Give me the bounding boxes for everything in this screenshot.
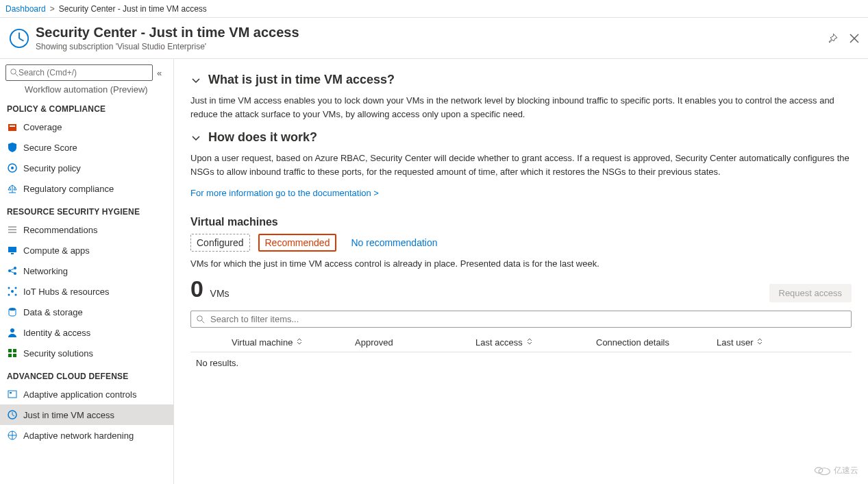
tab-no-recommendation[interactable]: No recommendation bbox=[345, 234, 443, 252]
sidebar-item-label: Compute & apps bbox=[23, 245, 90, 256]
documentation-link[interactable]: For more information go to the documenta… bbox=[190, 188, 379, 198]
table-col-last-access[interactable]: Last access bbox=[475, 337, 596, 348]
svg-rect-8 bbox=[10, 125, 15, 127]
svg-point-21 bbox=[11, 290, 14, 293]
accordion-what-is[interactable]: What is just in time VM access? bbox=[190, 73, 852, 87]
sidebar-item-label: IoT Hubs & resources bbox=[23, 287, 109, 297]
section-advanced-defense: ADVANCED CLOUD DEFENSE bbox=[0, 363, 173, 384]
accordion-title: What is just in time VM access? bbox=[208, 73, 395, 87]
sidebar-item-label: Adaptive network hardening bbox=[23, 431, 134, 441]
netharden-icon bbox=[7, 430, 18, 441]
collapse-sidebar-icon[interactable]: « bbox=[157, 68, 168, 78]
breadcrumb-separator: > bbox=[50, 4, 55, 14]
vm-heading: Virtual machines bbox=[190, 216, 852, 228]
sidebar-item-networking[interactable]: Networking bbox=[0, 261, 173, 281]
breadcrumb-root[interactable]: Dashboard bbox=[5, 4, 46, 14]
chevron-down-icon bbox=[190, 132, 201, 143]
regulatory-icon bbox=[7, 183, 18, 194]
search-box[interactable] bbox=[5, 64, 153, 81]
compute-icon bbox=[7, 245, 18, 256]
svg-point-25 bbox=[15, 294, 17, 296]
search-input[interactable] bbox=[18, 68, 148, 77]
svg-point-10 bbox=[11, 167, 14, 169]
svg-point-26 bbox=[9, 308, 16, 311]
filter-input[interactable] bbox=[210, 314, 845, 324]
sidebar-item-adaptive-net[interactable]: Adaptive network hardening bbox=[0, 425, 173, 446]
sidebar-item-label: Security solutions bbox=[23, 348, 93, 359]
tiles-icon bbox=[7, 348, 18, 359]
accordion-how-works[interactable]: How does it work? bbox=[190, 130, 852, 145]
sidebar-item-label: Secure Score bbox=[23, 143, 77, 153]
chevron-down-icon bbox=[190, 75, 201, 86]
vm-count-label: VMs bbox=[210, 288, 230, 299]
sidebar-item-label: Regulatory compliance bbox=[23, 184, 114, 194]
svg-point-40 bbox=[819, 468, 830, 475]
table-col-connection[interactable]: Connection details bbox=[596, 337, 717, 348]
data-icon bbox=[7, 306, 18, 317]
svg-line-20 bbox=[10, 271, 15, 274]
table-col-checkbox bbox=[190, 337, 232, 348]
sidebar-item-identity[interactable]: Identity & access bbox=[0, 322, 173, 343]
sidebar-item-recommendations[interactable]: Recommendations bbox=[0, 219, 173, 240]
table-col-approved[interactable]: Approved bbox=[355, 337, 475, 348]
svg-rect-31 bbox=[13, 354, 16, 357]
sort-icon bbox=[295, 337, 303, 348]
network-icon bbox=[7, 265, 18, 276]
sidebar-item-secure-score[interactable]: Secure Score bbox=[0, 137, 173, 158]
sidebar-item-label: Recommendations bbox=[23, 225, 97, 235]
list-icon bbox=[7, 224, 18, 235]
sidebar-item-iot[interactable]: IoT Hubs & resources bbox=[0, 281, 173, 302]
pin-icon[interactable] bbox=[827, 33, 838, 44]
svg-rect-14 bbox=[8, 247, 16, 252]
sidebar-item-label: Coverage bbox=[23, 122, 62, 132]
sidebar-item-label: Just in time VM access bbox=[23, 410, 114, 420]
watermark: 亿速云 bbox=[813, 463, 858, 477]
sidebar-item-security-policy[interactable]: Security policy bbox=[0, 158, 173, 178]
sidebar-item-compute[interactable]: Compute & apps bbox=[0, 240, 173, 261]
svg-line-6 bbox=[16, 74, 18, 77]
svg-point-38 bbox=[197, 315, 203, 321]
svg-rect-29 bbox=[13, 349, 16, 352]
sort-icon bbox=[756, 337, 764, 348]
tab-configured[interactable]: Configured bbox=[190, 234, 250, 252]
sidebar-cut-item[interactable]: Workflow automation (Preview) bbox=[0, 86, 173, 96]
adaptive-icon bbox=[7, 389, 18, 400]
section-policy-compliance: POLICY & COMPLIANCE bbox=[0, 96, 173, 117]
request-access-button[interactable]: Request access bbox=[769, 284, 852, 302]
table-col-vm[interactable]: Virtual machine bbox=[232, 337, 355, 348]
vm-note: VMs for which the just in time VM access… bbox=[190, 258, 852, 269]
svg-rect-15 bbox=[11, 253, 14, 254]
sidebar-item-data-storage[interactable]: Data & storage bbox=[0, 302, 173, 322]
svg-rect-30 bbox=[8, 354, 12, 357]
close-icon[interactable] bbox=[849, 33, 860, 44]
policy-icon bbox=[7, 162, 18, 173]
sidebar-item-label: Security policy bbox=[23, 163, 81, 173]
svg-rect-28 bbox=[8, 349, 12, 352]
filter-box[interactable] bbox=[190, 311, 852, 328]
sidebar-item-jit-vm[interactable]: Just in time VM access bbox=[0, 404, 173, 425]
accordion-body-2: Upon a user request, based on Azure RBAC… bbox=[190, 152, 852, 178]
sidebar-item-security-solutions[interactable]: Security solutions bbox=[0, 343, 173, 363]
svg-point-24 bbox=[8, 294, 10, 296]
sidebar-item-coverage[interactable]: Coverage bbox=[0, 117, 173, 137]
sidebar-item-adaptive-app[interactable]: Adaptive application controls bbox=[0, 384, 173, 404]
search-icon bbox=[10, 69, 18, 77]
sidebar-item-regulatory[interactable]: Regulatory compliance bbox=[0, 178, 173, 199]
svg-line-19 bbox=[10, 268, 15, 271]
iot-icon bbox=[7, 286, 18, 297]
svg-rect-33 bbox=[10, 392, 12, 394]
no-results: No results. bbox=[190, 352, 852, 374]
svg-point-27 bbox=[10, 328, 14, 332]
sidebar-item-label: Adaptive application controls bbox=[23, 389, 137, 400]
tab-recommended[interactable]: Recommended bbox=[258, 234, 337, 252]
svg-line-36 bbox=[12, 415, 14, 416]
svg-rect-32 bbox=[8, 391, 16, 398]
sidebar-item-label: Networking bbox=[23, 266, 68, 276]
table-col-last-user[interactable]: Last user bbox=[717, 337, 813, 348]
coverage-icon bbox=[7, 121, 18, 132]
svg-point-22 bbox=[8, 287, 10, 289]
vm-count: 0 bbox=[190, 276, 203, 302]
accordion-body-1: Just in time VM access enables you to lo… bbox=[190, 94, 852, 121]
section-resource-hygiene: RESOURCE SECURITY HYGIENE bbox=[0, 199, 173, 219]
svg-line-39 bbox=[202, 320, 205, 323]
